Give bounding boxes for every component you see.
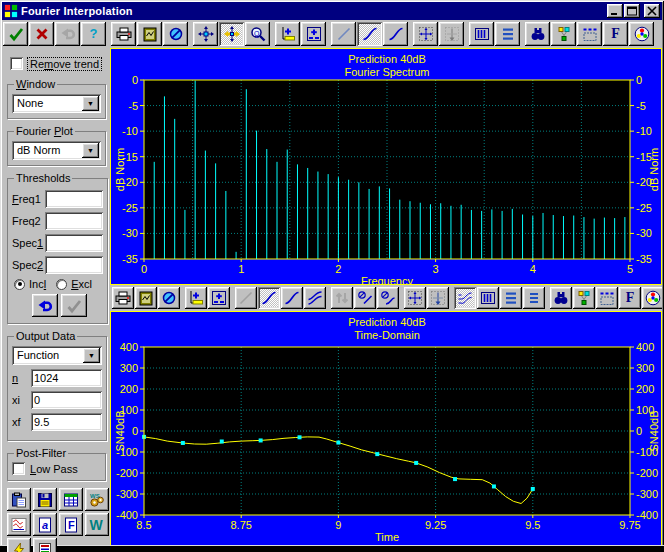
chevron-down-icon[interactable]: ▼ <box>82 143 99 158</box>
grid-move-button[interactable] <box>404 287 426 309</box>
low-pass-checkbox[interactable]: Low Pass <box>12 462 101 475</box>
clip-line-button[interactable] <box>354 287 376 309</box>
font-button[interactable]: F <box>619 287 641 309</box>
curve-plot-button[interactable] <box>357 22 382 46</box>
nodes-button[interactable] <box>551 22 576 46</box>
line-plot-button[interactable] <box>331 22 356 46</box>
copy-graph-button[interactable] <box>137 22 162 46</box>
scale-bar-button[interactable] <box>275 22 300 46</box>
freq1-input[interactable] <box>45 190 103 208</box>
spec1-input[interactable] <box>45 234 103 252</box>
curve-plot-button[interactable] <box>258 287 280 309</box>
smooth-curve-button[interactable] <box>281 287 303 309</box>
waveform-button[interactable] <box>7 513 31 536</box>
cancel-button[interactable] <box>29 22 54 46</box>
svg-text:-400: -400 <box>636 509 658 521</box>
n-input[interactable] <box>31 369 102 387</box>
font-button[interactable]: F <box>603 22 628 46</box>
radio-incl[interactable]: Incl <box>14 278 46 290</box>
format-doc-button[interactable]: F <box>59 513 83 536</box>
word-button[interactable]: W <box>85 513 109 536</box>
clear-icon <box>168 26 184 42</box>
xi-input[interactable] <box>31 391 102 409</box>
close-button[interactable] <box>644 4 660 18</box>
text-box-button[interactable] <box>596 287 618 309</box>
multi-curve-button[interactable] <box>304 287 326 309</box>
fourier-plot-select[interactable]: dB Norm ▼ <box>12 141 101 160</box>
chevron-down-icon[interactable]: ▼ <box>82 96 99 111</box>
freq2-input[interactable] <box>45 212 103 230</box>
minimize-button[interactable] <box>607 4 623 18</box>
print-button[interactable] <box>112 287 134 309</box>
xf-input[interactable] <box>31 413 102 431</box>
text-box-button[interactable] <box>577 22 602 46</box>
find-button[interactable] <box>525 22 550 46</box>
help-button[interactable]: ? <box>81 22 106 46</box>
remove-trend-checkbox[interactable]: Remove trend <box>10 57 106 70</box>
svg-text:Frequency: Frequency <box>361 275 413 284</box>
clear-button[interactable] <box>163 22 188 46</box>
vertical-bars-button[interactable] <box>469 22 494 46</box>
scale-range-button[interactable] <box>301 22 326 46</box>
wheel-icon <box>645 290 661 306</box>
updown-icon <box>334 290 350 306</box>
scale-bar-button[interactable] <box>185 287 207 309</box>
nodes-button[interactable] <box>573 287 595 309</box>
vertical-bars-button[interactable] <box>477 287 499 309</box>
radio-circle-icon[interactable] <box>56 279 67 290</box>
colors-button[interactable] <box>629 22 654 46</box>
accept-button[interactable] <box>3 22 28 46</box>
fourier-spectrum-chart[interactable]: 01234500-5-5-10-10-15-15-20-20-25-25-30-… <box>110 48 662 285</box>
revert-button[interactable] <box>32 294 58 317</box>
save-button[interactable] <box>33 488 57 511</box>
thresholds-group-label: Thresholds <box>14 172 72 184</box>
pan-button[interactable] <box>219 22 244 46</box>
svg-text:300: 300 <box>120 362 138 374</box>
run-button[interactable] <box>7 538 31 552</box>
undo-button[interactable] <box>55 22 80 46</box>
clear-button[interactable] <box>158 287 180 309</box>
report-button[interactable] <box>33 538 57 552</box>
smooth-curve-button[interactable] <box>383 22 408 46</box>
lines2-icon <box>526 290 542 306</box>
table-button[interactable] <box>59 488 83 511</box>
print-button[interactable] <box>111 22 136 46</box>
apply-button[interactable] <box>61 294 87 317</box>
maximize-button[interactable] <box>624 4 640 18</box>
radio-excl[interactable]: Excl <box>56 278 92 290</box>
line-plot-button[interactable] <box>235 287 257 309</box>
horizontal-lines-button[interactable] <box>495 22 520 46</box>
axes-plus-icon <box>280 26 296 42</box>
zoom-button[interactable]: Q <box>245 22 270 46</box>
horizontal-lines2-button[interactable] <box>523 287 545 309</box>
worksheet-button[interactable]: WS <box>85 488 109 511</box>
window-select[interactable]: None ▼ <box>12 94 101 113</box>
titlebar[interactable]: Fourier Interpolation <box>2 2 662 20</box>
chevron-down-icon[interactable]: ▼ <box>83 348 100 363</box>
copy-graph-button[interactable] <box>135 287 157 309</box>
output-type-select[interactable]: Function ▼ <box>12 346 102 365</box>
grid-move-alt-button[interactable] <box>427 287 449 309</box>
grid-move-alt-button[interactable] <box>439 22 464 46</box>
pan-icon <box>224 26 240 42</box>
horizontal-lines-button[interactable] <box>500 287 522 309</box>
time-domain-chart[interactable]: 8.58.7599.259.59.75400400300300200200100… <box>110 311 662 545</box>
find-button[interactable] <box>550 287 572 309</box>
window-group-label: Window <box>14 78 57 90</box>
spec2-input[interactable] <box>45 256 103 274</box>
checkbox-box-icon[interactable] <box>10 57 23 70</box>
paste-button[interactable] <box>7 488 31 511</box>
radio-dot-icon[interactable] <box>14 279 25 290</box>
scale-range-button[interactable] <box>208 287 230 309</box>
sort-button[interactable] <box>331 287 353 309</box>
wheel-icon <box>634 26 650 42</box>
curves-lines-button[interactable] <box>454 287 476 309</box>
spec2-label: Spec2 <box>12 259 42 271</box>
clip-curve-button[interactable] <box>377 287 399 309</box>
radio-incl-label: Incl <box>29 278 46 290</box>
checkbox-box-icon[interactable] <box>12 462 25 475</box>
move-axes-button[interactable] <box>193 22 218 46</box>
colors-button[interactable] <box>642 287 662 309</box>
text-doc-button[interactable]: a <box>33 513 57 536</box>
grid-move-button[interactable] <box>413 22 438 46</box>
